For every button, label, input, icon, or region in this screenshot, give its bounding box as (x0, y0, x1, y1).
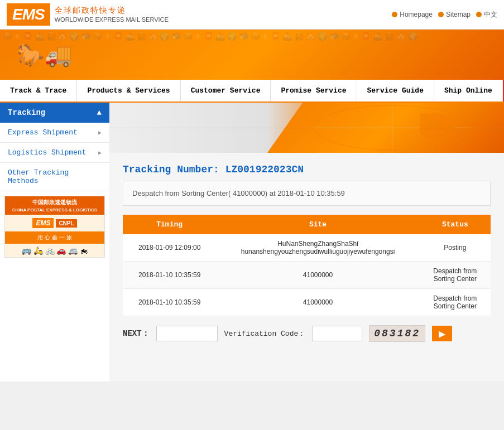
sidebar-other-label: Other Tracking Methods (8, 168, 102, 185)
table-row: 2018-01-09 12:09:00HuNanShengZhangShaShi… (123, 234, 491, 262)
banner-icons: 📦 ✈ 📮 🚢 🚂 🏠 🌍 📬 📦 ✈ 📮 🚢 🚂 🏠 🌍 📬 📦 ✈ 📮 🚢 … (0, 30, 504, 80)
cell-timing: 2018-01-09 12:09:00 (123, 234, 216, 262)
sidebar-collapse-icon[interactable]: ▲ (97, 108, 102, 117)
ems-logo: EMS (7, 3, 50, 26)
cell-site: 41000000 (216, 262, 419, 289)
chinese-dot (476, 12, 482, 17)
sidebar: Tracking ▲ Express Shipment ▶ Logistics … (0, 103, 109, 381)
cell-site: HuNanShengZhangShaShihunanshengyouzhengs… (216, 234, 419, 262)
content-map-banner (109, 103, 504, 153)
sidebar-cnpl-logo: CNPL (56, 219, 76, 228)
table-row: 2018-01-10 10:35:5941000000Despatch from… (123, 289, 491, 316)
col-status: Status (420, 215, 491, 234)
nav-track[interactable]: Track & Trace (0, 80, 77, 102)
sidebar-header: Tracking ▲ (0, 103, 109, 123)
map-svg (309, 103, 476, 153)
sidebar-logistics-label: Logistics Shipment (8, 148, 86, 157)
nav-products[interactable]: Products & Services (77, 80, 180, 102)
cell-site: 41000000 (216, 289, 419, 316)
promo-en-name: CHINA POSTAL EXPRESS & LOGISTICS (8, 207, 101, 212)
main-nav: Track & Trace Products & Services Custom… (0, 80, 504, 103)
logo-cn: 全球邮政特快专递 (55, 5, 169, 16)
sidebar-express-label: Express Shipment (8, 128, 78, 137)
latest-status-text: Despatch from Sorting Center( 41000000) … (132, 189, 345, 197)
cell-status: Despatch fromSorting Center (420, 289, 491, 316)
table-row: 2018-01-10 10:35:5941000000Despatch from… (123, 262, 491, 289)
nav-ship[interactable]: Ship Online (434, 80, 503, 102)
nav-customer[interactable]: Customer Service (181, 80, 271, 102)
verification-input[interactable] (312, 326, 362, 341)
homepage-link[interactable]: Homepage (392, 10, 433, 20)
sidebar-logos: EMS CNPL (5, 215, 104, 231)
next-input[interactable] (156, 326, 218, 341)
nav-guide[interactable]: Service Guide (357, 80, 434, 102)
nav-promise[interactable]: Promise Service (271, 80, 357, 102)
main-layout: Tracking ▲ Express Shipment ▶ Logistics … (0, 103, 504, 381)
tracking-number-title: Tracking Number: LZ001922023CN (123, 164, 491, 175)
promo-cn-name: 中国邮政速递物流 (8, 199, 101, 206)
cell-status: Despatch fromSorting Center (420, 262, 491, 289)
cell-status: Posting (420, 234, 491, 262)
sitemap-link[interactable]: Sitemap (438, 10, 471, 20)
sidebar-ems-logo: EMS (32, 218, 54, 228)
captcha-box: 083182 (369, 325, 425, 342)
sidebar-promo: 中国邮政速递物流 CHINA POSTAL EXPRESS & LOGISTIC… (4, 196, 105, 258)
latest-status-box: Despatch from Sorting Center( 41000000) … (123, 181, 491, 206)
sidebar-promo-top: 中国邮政速递物流 CHINA POSTAL EXPRESS & LOGISTIC… (5, 196, 104, 215)
logo-area: EMS 全球邮政特快专递 WORLDWIDE EXPRESS MAIL SERV… (7, 3, 169, 26)
next-section: NEXT： Verification Code： 083182 ▶ (123, 325, 491, 342)
homepage-dot (392, 12, 397, 17)
logo-text: 全球邮政特快专递 WORLDWIDE EXPRESS MAIL SERVICE (55, 5, 169, 25)
col-site: Site (216, 215, 419, 234)
submit-arrow-icon: ▶ (439, 328, 445, 339)
sidebar-promo-bottom: 用 心 垂 一 旅 (5, 231, 104, 244)
cell-timing: 2018-01-10 10:35:59 (123, 262, 216, 289)
sidebar-item-express[interactable]: Express Shipment ▶ (0, 123, 109, 143)
logo-en: WORLDWIDE EXPRESS MAIL SERVICE (55, 16, 169, 24)
tracking-number-section: Tracking Number: LZ001922023CN (109, 153, 504, 181)
sidebar-item-other[interactable]: Other Tracking Methods (0, 163, 109, 191)
sidebar-icons-row: 🚌 🛵 🚲 🚗 🚐 🏍 (5, 244, 104, 257)
next-label: NEXT： (123, 328, 150, 339)
banner: 🐎🚚 📦 ✈ 📮 🚢 🚂 🏠 🌍 📬 📦 ✈ 📮 🚢 🚂 🏠 🌍 📬 📦 ✈ 📮… (0, 30, 504, 80)
cell-timing: 2018-01-10 10:35:59 (123, 289, 216, 316)
submit-button[interactable]: ▶ (432, 326, 452, 341)
sidebar-express-arrow: ▶ (98, 129, 102, 136)
top-bar: EMS 全球邮政特快专递 WORLDWIDE EXPRESS MAIL SERV… (0, 0, 504, 30)
promo-bottom-text: 用 心 垂 一 旅 (37, 234, 71, 241)
tracking-table: Timing Site Status 2018-01-09 12:09:00Hu… (123, 215, 491, 316)
chinese-link[interactable]: 中文 (476, 10, 497, 20)
sidebar-item-logistics[interactable]: Logistics Shipment ▶ (0, 143, 109, 163)
sidebar-logistics-arrow: ▶ (98, 149, 102, 156)
content-area: Tracking Number: LZ001922023CN Despatch … (109, 103, 504, 381)
sitemap-dot (438, 12, 444, 17)
top-links: Homepage Sitemap 中文 (392, 10, 497, 20)
col-timing: Timing (123, 215, 216, 234)
sidebar-header-label: Tracking (8, 108, 45, 117)
verification-label: Verification Code： (224, 328, 306, 339)
